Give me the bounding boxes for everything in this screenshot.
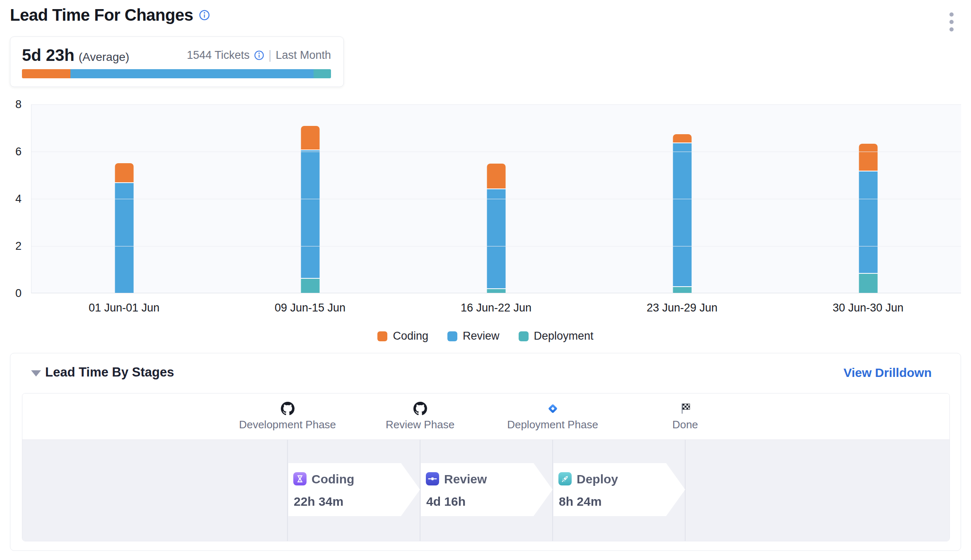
github-icon: [354, 402, 486, 416]
collapse-caret-icon[interactable]: [31, 370, 41, 377]
gridline-y4: [31, 199, 961, 199]
bar-segment-coding[interactable]: [487, 164, 505, 188]
stacked-bar-2[interactable]: [301, 126, 320, 293]
chart-x-axis: 01 Jun-01 Jun09 Jun-15 Jun16 Jun-22 Jun2…: [31, 302, 961, 314]
stage-name: Coding: [312, 472, 354, 486]
legend-label: Coding: [393, 330, 428, 343]
bar-segment-deployment[interactable]: [301, 279, 320, 293]
bar-segment-review[interactable]: [115, 183, 134, 293]
summary-top-row: 5d 23h (Average) 1544 Tickets | Last Mon…: [22, 46, 331, 64]
x-tick-label: 30 Jun-30 Jun: [775, 302, 961, 314]
stage-duration: 22h 34m: [294, 495, 343, 509]
finish-flag-icon: [619, 402, 751, 416]
bar-segment-review[interactable]: [859, 171, 877, 273]
stage-name: Deploy: [577, 472, 618, 486]
milestone-done: Done: [619, 393, 751, 431]
page-header: Lead Time For Changes: [10, 6, 210, 24]
summary-bar-segment-deployment: [314, 69, 331, 78]
stacked-bar-5[interactable]: [859, 144, 877, 293]
bar-segment-review[interactable]: [487, 189, 505, 288]
stage-card-coding[interactable]: Coding22h 34m: [288, 463, 420, 516]
stage-column-divider: [685, 440, 686, 541]
bar-segment-deployment[interactable]: [673, 287, 691, 293]
info-icon[interactable]: [199, 10, 210, 21]
milestone-label: Deployment Phase: [486, 418, 619, 431]
stage-duration: 4d 16h: [426, 495, 466, 509]
milestone-label: Review Phase: [354, 418, 486, 431]
legend-item-review[interactable]: Review: [447, 330, 500, 343]
gridline-y8: [31, 104, 961, 105]
git-commit-icon: [426, 472, 439, 485]
stage-column-divider: [420, 440, 420, 541]
legend-swatch-review: [447, 331, 457, 341]
bar-segment-deployment[interactable]: [487, 289, 505, 293]
stage-card-deploy[interactable]: Deploy8h 24m: [553, 463, 685, 516]
summary-progress-bar: [22, 69, 331, 78]
rocket-icon: [558, 472, 572, 485]
milestone-deployment-phase: Deployment Phase: [486, 393, 619, 431]
bar-segment-review[interactable]: [673, 143, 691, 286]
legend-label: Deployment: [534, 330, 594, 343]
tickets-count: 1544 Tickets: [187, 49, 250, 62]
milestones-header: Development PhaseReview PhaseDeployment …: [22, 393, 949, 440]
y-tick-label: 8: [0, 98, 22, 111]
y-tick-label: 2: [0, 239, 22, 253]
stages-grid: Development PhaseReview PhaseDeployment …: [22, 393, 950, 541]
stage-card-review[interactable]: Review4d 16h: [421, 463, 553, 516]
average-label: (Average): [79, 51, 129, 64]
milestone-label: Development Phase: [221, 418, 354, 431]
x-tick-label: 09 Jun-15 Jun: [217, 302, 403, 314]
summary-bar-segment-review: [70, 69, 314, 78]
bar-segment-coding[interactable]: [301, 126, 320, 150]
x-tick-label: 16 Jun-22 Jun: [403, 302, 589, 314]
lead-time-chart: 02468 01 Jun-01 Jun09 Jun-15 Jun16 Jun-2…: [0, 104, 971, 353]
bar-segment-coding[interactable]: [115, 163, 134, 182]
legend-swatch-coding: [377, 331, 387, 341]
stage-name: Review: [444, 472, 487, 486]
stage-column-divider: [287, 440, 288, 541]
legend-item-deployment[interactable]: Deployment: [519, 330, 594, 343]
chart-plot: [31, 104, 961, 293]
summary-card: 5d 23h (Average) 1544 Tickets | Last Mon…: [10, 36, 344, 87]
gridline-y6: [31, 152, 961, 152]
hourglass-icon: [293, 472, 307, 485]
y-tick-label: 0: [0, 287, 22, 300]
x-tick-label: 23 Jun-29 Jun: [589, 302, 775, 314]
summary-meta: 1544 Tickets | Last Month: [187, 48, 331, 62]
legend-item-coding[interactable]: Coding: [377, 330, 428, 343]
github-icon: [221, 402, 354, 416]
stage-column-divider: [552, 440, 553, 541]
meta-divider: |: [268, 48, 272, 62]
y-tick-label: 6: [0, 145, 22, 158]
summary-average: 5d 23h (Average): [22, 46, 129, 65]
page-title: Lead Time For Changes: [10, 6, 193, 24]
summary-bar-segment-coding: [22, 69, 70, 78]
stacked-bar-4[interactable]: [673, 134, 691, 293]
average-value: 5d 23h: [22, 46, 75, 65]
lead-time-page: Lead Time For Changes 5d 23h (Average) 1…: [0, 0, 971, 560]
milestone-label: Done: [619, 418, 751, 431]
stage-duration: 8h 24m: [559, 495, 601, 509]
stages-panel-title: Lead Time By Stages: [45, 365, 174, 380]
milestone-review-phase: Review Phase: [354, 393, 486, 431]
legend-swatch-deployment: [519, 331, 529, 341]
view-drilldown-link[interactable]: View Drilldown: [843, 366, 932, 380]
y-tick-label: 4: [0, 192, 22, 205]
milestone-development-phase: Development Phase: [221, 393, 354, 431]
stacked-bar-3[interactable]: [487, 164, 505, 293]
period-label: Last Month: [275, 49, 331, 62]
stages-body: Coding22h 34mReview4d 16hDeploy8h 24m: [22, 440, 949, 541]
stages-panel: Lead Time By Stages View Drilldown Devel…: [10, 353, 961, 551]
stacked-bar-1[interactable]: [115, 163, 134, 293]
bar-segment-deployment[interactable]: [859, 274, 877, 293]
bar-segment-review[interactable]: [301, 150, 320, 278]
kebab-menu-icon[interactable]: [947, 12, 956, 31]
jira-icon: [486, 402, 619, 416]
legend-label: Review: [463, 330, 500, 343]
bar-segment-coding[interactable]: [859, 144, 877, 171]
chart-legend: CodingReviewDeployment: [0, 330, 971, 343]
bar-segment-coding[interactable]: [673, 134, 691, 142]
gridline-y2: [31, 246, 961, 246]
tickets-info-icon[interactable]: [254, 50, 264, 60]
x-tick-label: 01 Jun-01 Jun: [31, 302, 217, 314]
